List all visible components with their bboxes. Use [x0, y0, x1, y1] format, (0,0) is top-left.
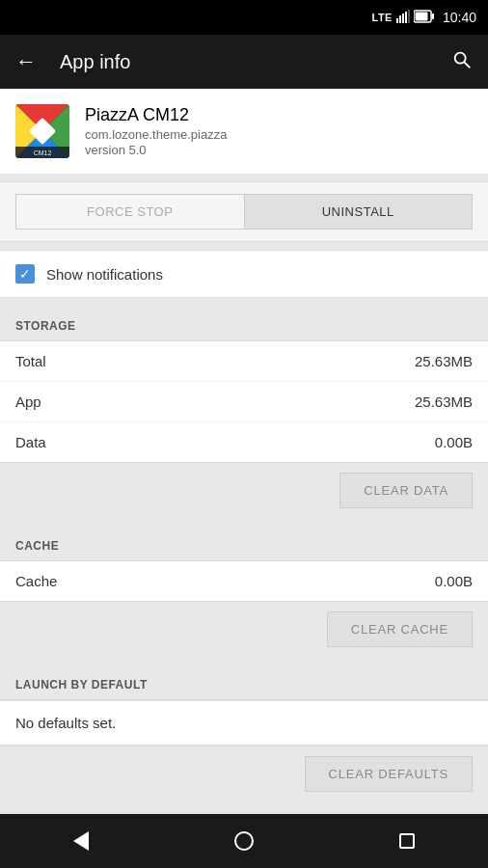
svg-text:CM12: CM12: [34, 149, 52, 156]
app-info-text: PiazzA CM12 com.lozone.theme.piazza vers…: [85, 105, 227, 157]
launch-default-content: No defaults set.: [0, 699, 488, 746]
cache-value: 0.00B: [435, 573, 473, 589]
battery-icon: [414, 10, 435, 26]
cache-rows: Cache 0.00B: [0, 560, 488, 602]
launch-default-text: No defaults set.: [0, 700, 488, 746]
svg-rect-1: [399, 15, 401, 23]
clear-cache-btn-row: CLEAR CACHE: [0, 602, 488, 657]
lte-indicator: LTE: [371, 12, 392, 23]
check-icon: ✓: [19, 266, 31, 282]
svg-rect-0: [396, 18, 398, 23]
svg-rect-4: [408, 10, 410, 23]
nav-recents-button[interactable]: [370, 824, 444, 858]
cache-row: Cache 0.00B: [0, 561, 488, 601]
clear-data-btn-row: CLEAR DATA: [0, 463, 488, 518]
nav-bar: [0, 814, 488, 868]
content-area: CM12 PiazzA CM12 com.lozone.theme.piazza…: [0, 89, 488, 814]
notifications-label: Show notifications: [46, 266, 163, 283]
svg-rect-7: [415, 12, 427, 20]
launch-default-section-header: LAUNCH BY DEFAULT: [0, 665, 488, 699]
signal-icon: [396, 10, 410, 26]
search-button[interactable]: [444, 41, 480, 83]
launch-default-section: LAUNCH BY DEFAULT No defaults set. CLEAR…: [0, 665, 488, 801]
storage-data-row: Data 0.00B: [0, 422, 488, 462]
clear-data-button[interactable]: CLEAR DATA: [339, 473, 473, 508]
storage-data-label: Data: [15, 434, 46, 450]
storage-data-value: 0.00B: [435, 434, 473, 450]
status-time: 10:40: [443, 10, 476, 25]
svg-rect-6: [431, 14, 434, 19]
storage-app-row: App 25.63MB: [0, 382, 488, 422]
svg-point-8: [455, 52, 466, 63]
app-bar: ← App info: [0, 35, 488, 89]
nav-home-button[interactable]: [205, 822, 283, 860]
nav-recents-icon: [399, 833, 415, 849]
nav-back-button[interactable]: [44, 822, 118, 860]
notifications-checkbox[interactable]: ✓: [15, 264, 35, 284]
nav-back-icon: [73, 831, 89, 851]
cache-section-header: CACHE: [0, 526, 488, 560]
app-package: com.lozone.theme.piazza: [85, 127, 227, 142]
storage-app-value: 25.63MB: [415, 393, 473, 410]
status-bar: LTE 10:40: [0, 0, 488, 35]
cache-section: CACHE Cache 0.00B CLEAR CACHE: [0, 526, 488, 657]
storage-rows: Total 25.63MB App 25.63MB Data 0.00B: [0, 340, 488, 463]
storage-total-row: Total 25.63MB: [0, 341, 488, 382]
app-name: PiazzA CM12: [85, 105, 227, 125]
back-button[interactable]: ←: [8, 41, 44, 82]
storage-total-label: Total: [15, 353, 46, 369]
uninstall-button[interactable]: UNINSTALL: [244, 194, 474, 230]
storage-total-value: 25.63MB: [415, 353, 473, 369]
svg-rect-2: [402, 14, 404, 23]
app-bar-title: App info: [60, 51, 428, 73]
storage-app-label: App: [15, 393, 41, 410]
svg-rect-3: [405, 12, 407, 23]
app-version: version 5.0: [85, 143, 227, 157]
storage-section: STORAGE Total 25.63MB App 25.63MB Data 0…: [0, 306, 488, 518]
app-header: CM12 PiazzA CM12 com.lozone.theme.piazza…: [0, 89, 488, 174]
clear-defaults-btn-row: CLEAR DEFAULTS: [0, 746, 488, 801]
app-icon: CM12: [15, 104, 69, 158]
status-icons: LTE 10:40: [371, 10, 476, 26]
action-buttons-row: FORCE STOP UNINSTALL: [0, 181, 488, 242]
clear-cache-button[interactable]: CLEAR CACHE: [327, 611, 473, 647]
force-stop-button[interactable]: FORCE STOP: [15, 194, 244, 230]
notifications-row: ✓ Show notifications: [0, 250, 488, 298]
clear-defaults-button[interactable]: CLEAR DEFAULTS: [305, 756, 473, 792]
svg-line-9: [464, 62, 470, 68]
cache-label: Cache: [15, 573, 57, 589]
storage-section-header: STORAGE: [0, 306, 488, 340]
nav-home-icon: [234, 831, 254, 851]
